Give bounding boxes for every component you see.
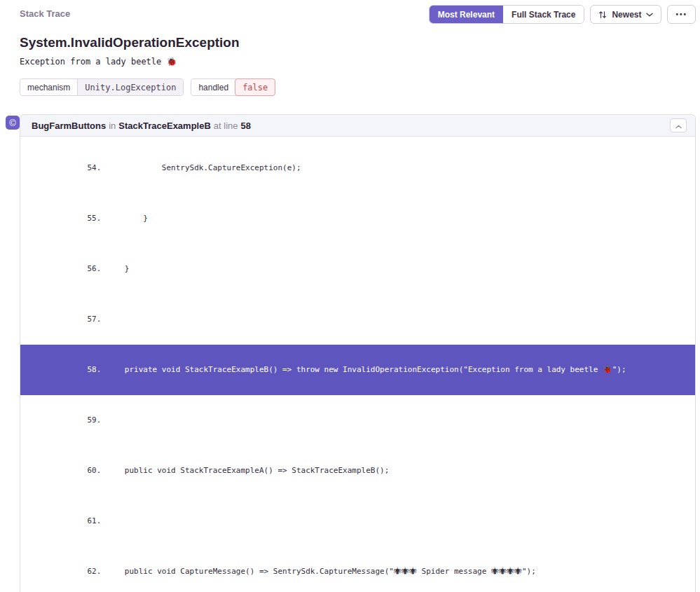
tag-key: mechanism bbox=[20, 79, 77, 95]
line-number: 58. bbox=[87, 365, 101, 374]
view-toggle: Most Relevant Full Stack Trace bbox=[429, 5, 585, 24]
code-line: 54. SentrySdk.CaptureException(e); bbox=[20, 143, 695, 193]
code-line: 57. bbox=[20, 294, 695, 345]
code-text: public void CaptureMessage() => SentrySd… bbox=[106, 567, 535, 576]
ellipsis-icon: ••• bbox=[675, 11, 687, 18]
frame-line-number: 58 bbox=[241, 121, 251, 131]
code-text: } bbox=[106, 214, 148, 223]
line-number: 61. bbox=[87, 516, 101, 525]
code-line: 58. private void StackTraceExampleB() =>… bbox=[20, 345, 695, 395]
more-options-button[interactable]: ••• bbox=[667, 5, 696, 24]
frame-in-word: in bbox=[109, 121, 116, 131]
code-line: 61. bbox=[20, 496, 695, 546]
line-number: 60. bbox=[87, 466, 101, 475]
header-controls: Most Relevant Full Stack Trace Newest ••… bbox=[429, 5, 696, 24]
frame-module: BugFarmButtons bbox=[32, 121, 106, 131]
code-line: 56. } bbox=[20, 244, 695, 294]
full-stack-trace-button[interactable]: Full Stack Trace bbox=[503, 6, 584, 23]
code-line: 62. public void CaptureMessage() => Sent… bbox=[20, 546, 695, 592]
sort-label: Newest bbox=[612, 10, 641, 20]
code-line: 55. } bbox=[20, 193, 695, 244]
chevron-down-icon bbox=[646, 13, 653, 17]
frame-at-word: at line bbox=[214, 121, 238, 131]
code-line: 60. public void StackTraceExampleA() => … bbox=[20, 446, 695, 496]
sort-dropdown-button[interactable]: Newest bbox=[590, 5, 661, 24]
code-context: 54. SentrySdk.CaptureException(e); 55. }… bbox=[20, 137, 695, 592]
line-number: 54. bbox=[87, 163, 101, 172]
frame-header-1[interactable]: BugFarmButtonsinStackTraceExampleBat lin… bbox=[20, 115, 695, 137]
frame-function: StackTraceExampleB bbox=[118, 121, 211, 131]
tag-value-error: false bbox=[235, 78, 275, 96]
chevron-up-icon bbox=[675, 121, 682, 131]
exception-type: System.InvalidOperationException bbox=[20, 35, 696, 50]
code-line: 59. bbox=[20, 395, 695, 446]
tag-key: handled bbox=[191, 79, 235, 95]
stack-trace-header: Stack Trace Most Relevant Full Stack Tra… bbox=[20, 5, 696, 26]
code-text: private void StackTraceExampleB() => thr… bbox=[106, 365, 626, 374]
stack-frame-1: BugFarmButtonsinStackTraceExampleBat lin… bbox=[20, 115, 695, 592]
code-text: } bbox=[106, 264, 129, 273]
section-title: Stack Trace bbox=[20, 5, 70, 19]
sort-arrows-icon bbox=[598, 11, 607, 19]
tag-list: mechanism Unity.LogException handled fal… bbox=[20, 78, 696, 96]
line-number: 56. bbox=[87, 264, 101, 273]
line-number: 62. bbox=[87, 567, 101, 576]
tag-handled: handled false bbox=[191, 78, 275, 96]
most-relevant-button[interactable]: Most Relevant bbox=[430, 6, 503, 23]
tag-mechanism: mechanism Unity.LogException bbox=[20, 78, 184, 96]
line-number: 59. bbox=[87, 415, 101, 425]
line-number: 57. bbox=[87, 315, 101, 324]
csharp-platform-icon: © bbox=[6, 116, 20, 130]
stack-trace-page: Stack Trace Most Relevant Full Stack Tra… bbox=[0, 0, 700, 592]
collapse-frame-button[interactable] bbox=[670, 118, 687, 132]
code-text: SentrySdk.CaptureException(e); bbox=[106, 163, 301, 172]
stack-trace-container: © BugFarmButtonsinStackTraceExampleBat l… bbox=[20, 114, 696, 592]
line-number: 55. bbox=[87, 214, 101, 223]
code-text: public void StackTraceExampleA() => Stac… bbox=[106, 466, 389, 475]
tag-value: Unity.LogException bbox=[77, 79, 183, 95]
exception-message: Exception from a lady beetle 🐞 bbox=[20, 57, 696, 67]
frame-title: BugFarmButtonsinStackTraceExampleBat lin… bbox=[32, 121, 254, 131]
